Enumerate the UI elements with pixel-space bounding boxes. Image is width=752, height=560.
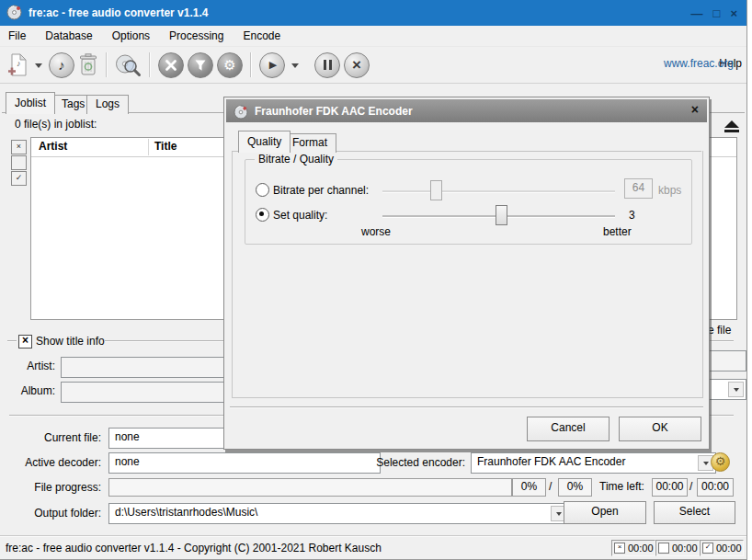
- signal-processing-button[interactable]: [188, 52, 213, 78]
- statusbar-divider: [0, 535, 746, 537]
- partial-right-label: e file: [708, 324, 731, 337]
- select-none-button[interactable]: [11, 155, 27, 170]
- show-title-info-checkbox[interactable]: ×: [18, 335, 32, 349]
- set-quality-radio[interactable]: [256, 208, 269, 222]
- statusbar-text: fre:ac - free audio converter v1.1.4 - C…: [6, 542, 382, 554]
- quality-slider-thumb[interactable]: [496, 205, 507, 225]
- title-bar: fre:ac - free audio converter v1.1.4 — □…: [0, 0, 746, 26]
- file-progress-bar: [108, 478, 512, 497]
- artist-label: Artist:: [9, 360, 55, 372]
- statusbar-time-selected: × 00:00: [611, 540, 655, 556]
- empty-checkbox-icon: [658, 543, 669, 554]
- bitrate-slider-thumb[interactable]: [430, 180, 442, 200]
- window-title: fre:ac - free audio converter v1.1.4: [28, 6, 208, 19]
- time-left-total: 00:00: [697, 478, 734, 497]
- start-encoding-dropdown-icon[interactable]: [289, 58, 302, 72]
- bitrate-radio[interactable]: [256, 183, 269, 197]
- statusbar-time-all: ✓ 00:00: [700, 540, 744, 556]
- configure-encoder-gear-icon[interactable]: ⚙: [711, 452, 730, 472]
- column-artist[interactable]: Artist: [39, 140, 67, 153]
- column-title[interactable]: Title: [154, 140, 177, 153]
- dialog-button-divider: [230, 406, 703, 408]
- dialog-tab-format[interactable]: Format: [283, 133, 336, 153]
- toggle-selection-button[interactable]: ✓: [11, 171, 27, 186]
- svg-text:♪: ♪: [17, 59, 21, 68]
- menu-file[interactable]: File: [6, 29, 28, 43]
- trash-icon: [78, 52, 98, 77]
- start-encoding-button[interactable]: ▶: [259, 52, 285, 78]
- tab-logs[interactable]: Logs: [86, 95, 129, 114]
- maximize-button[interactable]: □: [713, 6, 721, 20]
- menu-bar: File Database Options Processing Encode …: [0, 26, 747, 46]
- album-label: Album:: [9, 384, 55, 397]
- dialog-app-icon: [234, 105, 248, 122]
- tab-joblist[interactable]: Joblist: [6, 92, 55, 114]
- wrench-icon: [165, 59, 177, 72]
- divider: [7, 340, 17, 342]
- toolbar: ♪ ♪: [0, 46, 747, 84]
- album-field[interactable]: [61, 382, 236, 403]
- percent-separator: /: [549, 480, 552, 493]
- pause-icon: [324, 60, 332, 70]
- menu-processing[interactable]: Processing: [167, 29, 225, 43]
- pause-encoding-button[interactable]: [314, 52, 340, 78]
- selected-encoder-label: Selected encoder:: [366, 456, 465, 469]
- bitrate-slider[interactable]: [382, 190, 615, 193]
- general-settings-button[interactable]: [158, 52, 184, 78]
- active-decoder-value: none: [108, 452, 381, 474]
- better-label: better: [603, 225, 632, 238]
- chevron-down-icon[interactable]: [728, 382, 744, 397]
- set-quality-label: Set quality:: [273, 209, 327, 222]
- dialog-close-button[interactable]: ×: [691, 102, 699, 117]
- dialog-title: Fraunhofer FDK AAC Encoder: [255, 105, 413, 118]
- menu-encode[interactable]: Encode: [241, 29, 282, 43]
- remove-all-button[interactable]: [78, 52, 98, 77]
- menu-database[interactable]: Database: [43, 29, 94, 43]
- freac-website-link[interactable]: www.freac.org: [664, 57, 734, 70]
- statusbar-time-unselected: 00:00: [655, 540, 700, 556]
- selected-encoder-dropdown[interactable]: Fraunhofer FDK AAC Encoder: [471, 452, 716, 474]
- bitrate-unit: kbps: [658, 184, 681, 197]
- select-button[interactable]: Select: [654, 501, 735, 524]
- file-percent: 0%: [512, 478, 546, 497]
- checked-x-icon: ×: [614, 543, 625, 554]
- show-title-info-label: Show title info: [36, 335, 105, 348]
- cd-magnifier-icon: [115, 52, 142, 77]
- eject-cd-button[interactable]: [718, 116, 746, 136]
- quality-value: 3: [629, 209, 635, 222]
- stop-x-icon: ×: [352, 57, 361, 73]
- minimize-button[interactable]: —: [691, 6, 703, 20]
- total-percent: 0%: [558, 478, 592, 497]
- output-folder-dropdown[interactable]: d:\Users\tristanrhodes\Music\: [108, 503, 569, 524]
- close-button[interactable]: ×: [730, 6, 737, 20]
- bitrate-value[interactable]: 64: [624, 178, 653, 199]
- current-file-label: Current file:: [9, 431, 101, 444]
- stop-encoding-button[interactable]: ×: [344, 52, 370, 78]
- play-icon: ▶: [269, 59, 277, 71]
- add-audio-cd-button[interactable]: ♪: [49, 52, 74, 78]
- file-progress-label: File progress:: [9, 481, 101, 494]
- gear-icon: ⚙: [223, 59, 235, 72]
- encoder-config-dialog: Fraunhofer FDK AAC Encoder × Quality For…: [223, 97, 710, 450]
- menu-options[interactable]: Options: [110, 29, 152, 43]
- encoder-settings-button[interactable]: ⚙: [217, 52, 243, 78]
- check-icon: ✓: [702, 543, 713, 554]
- artist-field[interactable]: [61, 357, 236, 378]
- app-icon: [6, 5, 22, 23]
- add-files-dropdown-icon[interactable]: [32, 58, 45, 72]
- worse-label: worse: [361, 225, 391, 238]
- dialog-title-bar: Fraunhofer FDK AAC Encoder ×: [226, 99, 707, 122]
- eject-icon: [724, 120, 739, 128]
- open-button[interactable]: Open: [564, 501, 646, 524]
- add-files-button[interactable]: ♪: [6, 52, 28, 77]
- query-cddb-button[interactable]: [115, 52, 142, 77]
- dialog-tab-quality[interactable]: Quality: [238, 131, 291, 153]
- time-left-file: 00:00: [652, 478, 688, 497]
- select-all-button[interactable]: ×: [11, 140, 27, 154]
- funnel-icon: [194, 59, 207, 72]
- app-window: fre:ac - free audio converter v1.1.4 — □…: [0, 0, 747, 560]
- cancel-button[interactable]: Cancel: [527, 417, 610, 441]
- ok-button[interactable]: OK: [619, 417, 701, 441]
- joblist-count: 0 file(s) in joblist:: [15, 118, 97, 131]
- time-separator: /: [689, 480, 692, 493]
